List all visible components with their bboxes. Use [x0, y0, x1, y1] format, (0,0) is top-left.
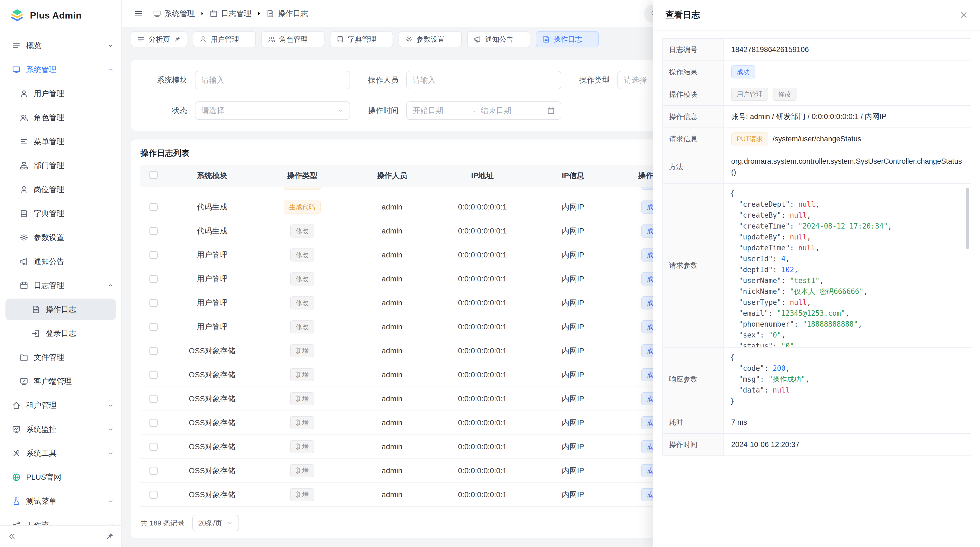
workflow-icon: [12, 521, 21, 525]
cell-ip-info: 内网IP: [528, 339, 618, 363]
tab[interactable]: 通知公告: [467, 31, 530, 48]
filter-daterange[interactable]: 开始日期→结束日期: [406, 101, 561, 120]
sidebar-item-label: 租户管理: [26, 400, 102, 410]
sidebar-item[interactable]: 客户端管理: [5, 370, 116, 392]
sidebar-item[interactable]: 工作流: [5, 514, 116, 525]
checkbox[interactable]: [150, 203, 158, 211]
close-icon[interactable]: [959, 11, 968, 19]
breadcrumb-item[interactable]: 日志管理: [210, 8, 251, 19]
sidebar-item[interactable]: 岗位管理: [5, 179, 116, 201]
breadcrumb-item[interactable]: 系统管理: [153, 8, 195, 19]
cell-ip: 0:0:0:0:0:0:0:1: [437, 243, 528, 267]
sidebar-item[interactable]: 通知公告: [5, 250, 116, 273]
collapse-sidebar-icon[interactable]: [8, 532, 16, 541]
close-icon[interactable]: [586, 36, 592, 42]
chevron-down-icon: [226, 520, 233, 526]
json-code-block[interactable]: { "createDept": null, "createBy": null, …: [724, 183, 971, 347]
checkbox[interactable]: [150, 419, 158, 427]
checkbox[interactable]: [150, 395, 158, 403]
close-icon[interactable]: [449, 36, 455, 42]
close-icon[interactable]: [243, 36, 249, 42]
page-size-select[interactable]: 20条/页: [192, 515, 239, 531]
tab[interactable]: 用户管理: [193, 31, 256, 48]
sidebar-item[interactable]: 系统监控: [5, 418, 116, 440]
log-icon: [210, 10, 218, 18]
close-icon[interactable]: [518, 36, 524, 42]
sidebar-item-label: 操作日志: [46, 304, 116, 315]
checkbox[interactable]: [150, 251, 158, 259]
chevron-up-icon: [107, 282, 114, 289]
detail-label: 请求参数: [663, 183, 724, 347]
hamburger-icon[interactable]: [134, 9, 143, 18]
action-type-tag: 新增: [290, 368, 314, 381]
cell-ip-info: 内网IP: [528, 315, 618, 339]
globe-icon: [12, 473, 21, 482]
cell-ip: 0:0:0:0:0:0:0:1: [437, 267, 528, 291]
sidebar-item[interactable]: 系统工具: [5, 442, 116, 464]
checkbox[interactable]: [150, 323, 158, 331]
cell-ip: 0:0:0:0:0:0:0:1: [437, 411, 528, 434]
sidebar-item[interactable]: 登录日志: [5, 322, 116, 344]
sidebar-item[interactable]: 租户管理: [5, 394, 116, 416]
sidebar-item[interactable]: 参数设置: [5, 226, 116, 249]
detail-label: 方法: [663, 150, 724, 183]
select-all-cell[interactable]: [140, 171, 167, 181]
breadcrumb-item[interactable]: 操作日志: [266, 8, 308, 19]
checkbox[interactable]: [150, 275, 158, 283]
checkbox[interactable]: [150, 347, 158, 355]
tab[interactable]: 参数设置: [399, 31, 462, 48]
sidebar-item[interactable]: 菜单管理: [5, 131, 116, 153]
detail-row: 操作信息账号: admin / 研发部门 / 0:0:0:0:0:0:0:1 /…: [663, 106, 971, 128]
sidebar-item[interactable]: 用户管理: [5, 83, 116, 105]
checkbox[interactable]: [150, 171, 158, 179]
filter-label: 系统模块: [144, 75, 187, 85]
oplog-icon: [32, 305, 40, 314]
checkbox[interactable]: [150, 227, 158, 235]
checkbox[interactable]: [150, 491, 158, 499]
sidebar-item[interactable]: 操作日志: [5, 298, 116, 321]
request-method-tag: PUT请求: [731, 132, 768, 145]
action-type-tag: 修改: [290, 273, 314, 285]
sidebar-item[interactable]: 系统管理: [5, 59, 116, 81]
sidebar-item[interactable]: PLUS官网: [5, 466, 116, 488]
scrollbar-thumb[interactable]: [966, 188, 969, 249]
sidebar-footer: [0, 525, 121, 547]
sidebar-item-label: 参数设置: [34, 232, 116, 243]
cell-action-type: 新增: [257, 363, 347, 386]
sidebar-item-label: 概览: [26, 41, 102, 51]
cell-ip: 0:0:0:0:0:0:0:1: [437, 339, 528, 363]
sidebar-item[interactable]: 文件管理: [5, 346, 116, 368]
sidebar-item[interactable]: 概览: [5, 35, 116, 57]
cell-operator: admin: [347, 315, 437, 339]
checkbox[interactable]: [150, 371, 158, 379]
close-icon[interactable]: [380, 36, 387, 42]
tab[interactable]: 分析页: [130, 31, 187, 48]
checkbox[interactable]: [150, 187, 158, 187]
sidebar-item-label: 用户管理: [34, 89, 116, 99]
filter-input[interactable]: 请输入: [406, 71, 561, 89]
filter-select[interactable]: 请选择: [195, 101, 350, 120]
cell-operator: admin: [347, 387, 437, 410]
cell-action-type: 生成代码: [257, 195, 347, 219]
detail-row: 操作结果成功: [663, 61, 971, 83]
detail-value: 1842781986426159106: [724, 39, 971, 61]
checkbox[interactable]: [150, 467, 158, 475]
params-icon: [20, 233, 28, 242]
filter-label: 操作人员: [355, 75, 399, 85]
tab[interactable]: 操作日志: [536, 31, 599, 48]
column-header: 操作类型: [257, 171, 347, 181]
sidebar-item[interactable]: 字典管理: [5, 203, 116, 225]
tab[interactable]: 角色管理: [261, 31, 325, 48]
tab[interactable]: 字典管理: [330, 31, 393, 48]
filter-input[interactable]: 请输入: [195, 71, 350, 89]
sidebar-item[interactable]: 测试菜单: [5, 490, 116, 512]
cell-ip-info: 内网IP: [528, 219, 618, 243]
sidebar-item[interactable]: 日志管理: [5, 274, 116, 297]
cell-ip-info: 内网IP: [528, 187, 618, 195]
pin-sidebar-icon[interactable]: [106, 532, 114, 541]
close-icon[interactable]: [312, 36, 318, 42]
sidebar-item[interactable]: 角色管理: [5, 107, 116, 129]
checkbox[interactable]: [150, 299, 158, 307]
sidebar-item[interactable]: 部门管理: [5, 155, 116, 177]
checkbox[interactable]: [150, 443, 158, 451]
